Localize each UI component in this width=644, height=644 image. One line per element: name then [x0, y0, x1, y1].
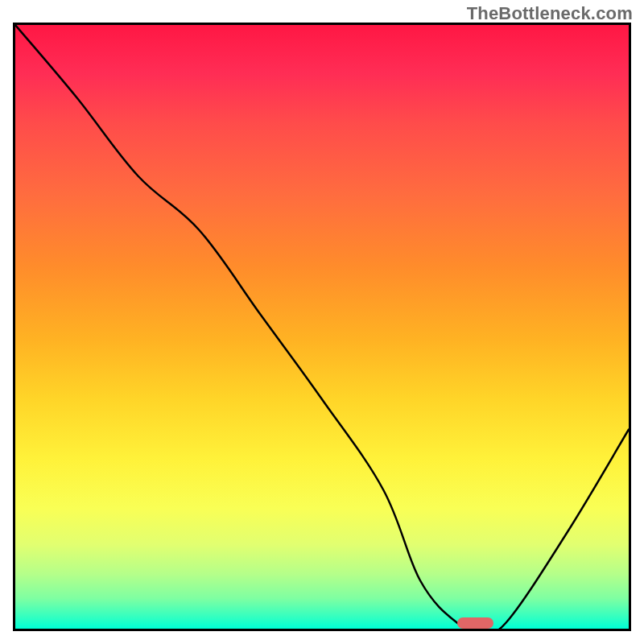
plot-frame [13, 23, 631, 631]
watermark-label: TheBottleneck.com [467, 3, 633, 24]
curve-path [15, 25, 629, 629]
bottleneck-curve [15, 25, 629, 629]
optimal-marker [457, 617, 494, 629]
chart-container: TheBottleneck.com [0, 0, 644, 644]
